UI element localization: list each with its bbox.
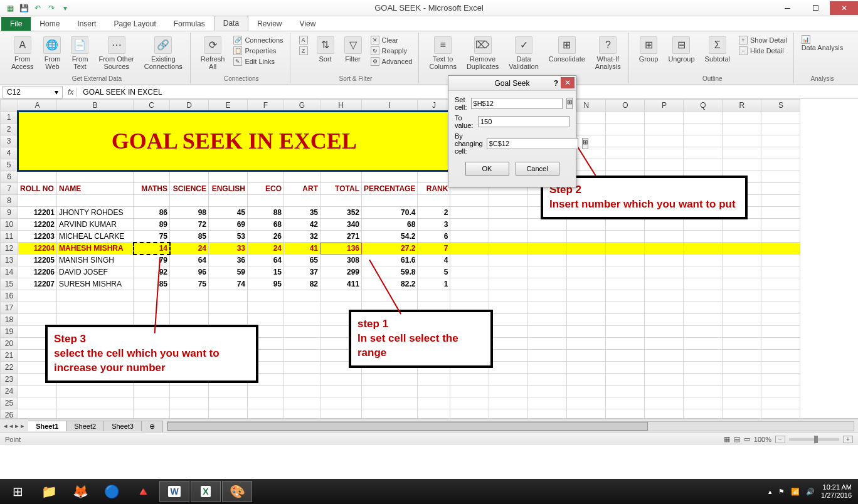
cell[interactable]: 7 [418, 243, 450, 255]
cell[interactable] [489, 350, 528, 362]
cell[interactable]: 72 [170, 219, 209, 231]
cell[interactable] [684, 374, 723, 386]
row-header[interactable]: 9 [1, 207, 18, 219]
cell[interactable] [723, 374, 761, 386]
cell[interactable]: 45 [209, 207, 248, 219]
chevron-down-icon[interactable]: ▾ [55, 88, 58, 97]
cell[interactable]: 1 [418, 278, 450, 290]
cell[interactable] [170, 290, 209, 302]
cell[interactable]: TOTAL [320, 183, 362, 195]
row-header[interactable]: 4 [1, 147, 18, 159]
cell[interactable] [684, 135, 723, 147]
cell[interactable] [645, 112, 684, 123]
cell[interactable] [528, 338, 567, 350]
new-sheet-button[interactable]: ⊕ [142, 421, 163, 432]
cell[interactable]: 65 [284, 255, 320, 266]
cell[interactable] [528, 278, 567, 290]
cell[interactable] [362, 397, 418, 409]
from-other-button[interactable]: ⋯From Other Sources [96, 35, 136, 71]
cell[interactable] [320, 386, 362, 397]
cell[interactable] [567, 338, 606, 350]
cell[interactable] [606, 409, 645, 419]
cell[interactable] [284, 302, 320, 314]
cell[interactable] [723, 386, 761, 397]
cell[interactable] [418, 374, 450, 386]
cell[interactable]: 14 [134, 243, 170, 255]
cell[interactable]: DAVID JOSEF [57, 266, 134, 278]
cancel-button[interactable]: Cancel [516, 162, 559, 176]
cell[interactable] [284, 374, 320, 386]
close-button[interactable]: ✕ [830, 1, 858, 15]
cell[interactable] [606, 374, 645, 386]
cell[interactable]: 36 [209, 255, 248, 266]
from-text-button[interactable]: 📄From Text [68, 35, 91, 71]
row-header[interactable]: 24 [1, 386, 18, 397]
tab-insert[interactable]: Insert [68, 17, 105, 31]
cell[interactable] [684, 123, 723, 135]
cell[interactable]: 12207 [18, 278, 57, 290]
row-header[interactable]: 22 [1, 362, 18, 374]
col-header[interactable]: H [320, 100, 362, 112]
cell[interactable] [567, 374, 606, 386]
row-header[interactable]: 6 [1, 171, 18, 183]
cell[interactable] [284, 409, 320, 419]
view-pagebreak-icon[interactable]: ▭ [744, 435, 750, 443]
file-explorer-button[interactable]: 📁 [34, 481, 64, 502]
cell[interactable] [567, 362, 606, 374]
hide-detail-button[interactable]: −Hide Detail [738, 46, 785, 56]
view-normal-icon[interactable]: ▦ [724, 435, 730, 443]
cell[interactable] [362, 409, 418, 419]
cell[interactable]: ENGLISH [209, 183, 248, 195]
cell[interactable] [684, 290, 723, 302]
cell[interactable]: MICHEAL CLARKE [57, 231, 134, 243]
row-header[interactable]: 15 [1, 278, 18, 290]
changing-cell-input[interactable] [487, 138, 578, 149]
cell[interactable] [450, 231, 489, 243]
cell[interactable] [209, 397, 248, 409]
cell[interactable] [761, 183, 800, 195]
volume-icon[interactable]: 🔊 [806, 488, 815, 496]
cell[interactable] [723, 159, 761, 171]
cell[interactable] [567, 255, 606, 266]
cell[interactable] [284, 362, 320, 374]
data-analysis-button[interactable]: 📊Data Analysis [802, 35, 844, 51]
cell[interactable] [209, 171, 248, 183]
cell[interactable] [645, 350, 684, 362]
col-header[interactable]: Q [684, 100, 723, 112]
cell[interactable] [723, 314, 761, 326]
cell[interactable] [645, 374, 684, 386]
cell[interactable]: 411 [320, 278, 362, 290]
cell[interactable] [684, 409, 723, 419]
paint-button[interactable]: 🎨 [222, 481, 252, 502]
cell[interactable] [284, 171, 320, 183]
cell[interactable] [418, 409, 450, 419]
cell[interactable] [284, 397, 320, 409]
cell[interactable]: 82.2 [362, 278, 418, 290]
ref-picker-icon[interactable]: ⊞ [566, 98, 573, 109]
cell[interactable]: 6 [418, 231, 450, 243]
cell[interactable]: 12201 [18, 207, 57, 219]
cell[interactable]: 5 [418, 266, 450, 278]
col-header[interactable]: B [57, 100, 134, 112]
cell[interactable] [134, 302, 170, 314]
save-icon[interactable]: 💾 [18, 2, 30, 14]
cell[interactable] [645, 219, 684, 231]
col-header[interactable]: F [248, 100, 284, 112]
cell[interactable] [606, 314, 645, 326]
cell[interactable] [418, 171, 450, 183]
cell[interactable] [489, 386, 528, 397]
cell[interactable] [606, 159, 645, 171]
cell[interactable] [723, 409, 761, 419]
cell[interactable] [606, 135, 645, 147]
sheet-tab-sheet3[interactable]: Sheet3 [104, 421, 142, 431]
cell[interactable] [450, 266, 489, 278]
cell[interactable] [248, 195, 284, 207]
cell[interactable] [489, 278, 528, 290]
cell[interactable] [723, 338, 761, 350]
cell[interactable] [489, 374, 528, 386]
cell[interactable] [761, 397, 800, 409]
cell[interactable] [761, 290, 800, 302]
cell[interactable]: 12205 [18, 255, 57, 266]
tab-page-layout[interactable]: Page Layout [105, 17, 164, 31]
cell[interactable] [528, 290, 567, 302]
